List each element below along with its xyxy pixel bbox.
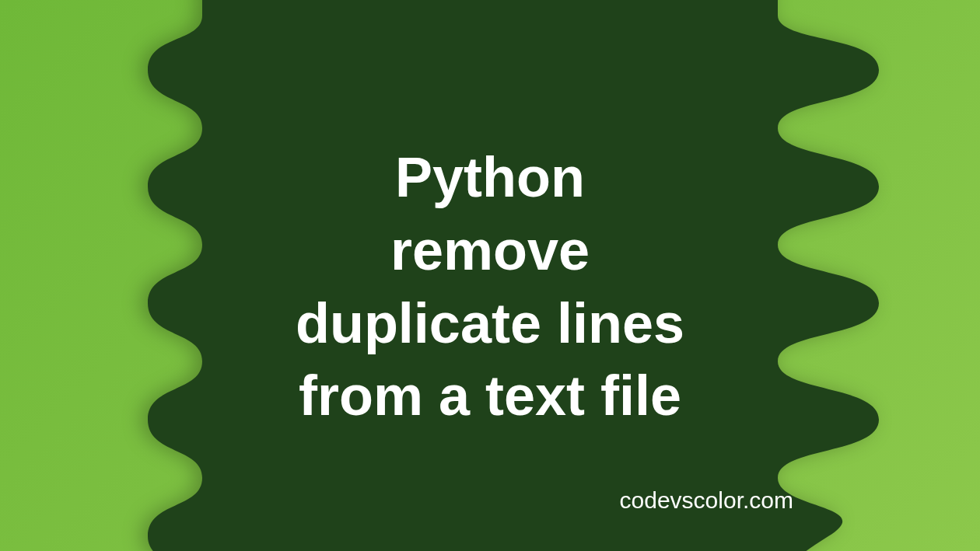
title-line-1: Python xyxy=(395,146,585,208)
brand-text: codevscolor.com xyxy=(620,487,793,514)
title-line-2: remove xyxy=(390,219,590,281)
content-wrapper: Python remove duplicate lines from a tex… xyxy=(0,0,980,551)
title-line-3: duplicate lines xyxy=(296,292,684,354)
title-line-4: from a text file xyxy=(299,364,681,427)
main-title: Python remove duplicate lines from a tex… xyxy=(296,141,684,432)
